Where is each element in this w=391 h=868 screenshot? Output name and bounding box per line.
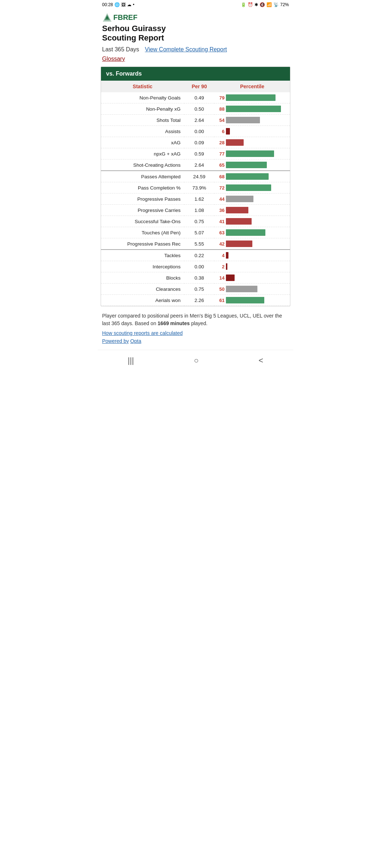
table-row: Interceptions0.002: [101, 261, 290, 272]
percentile-bar-outer: [226, 207, 289, 213]
percentile-bar-inner: [226, 173, 269, 180]
percentile-bar-outer: [226, 128, 289, 135]
percentile-number: 28: [216, 140, 224, 145]
footer-text: Player compared to positional peers in M…: [98, 308, 293, 329]
percentile-bar-inner: [226, 218, 252, 225]
forward-button[interactable]: <: [250, 354, 272, 367]
per90-cell: 0.50: [184, 103, 215, 115]
percentile-number: 42: [216, 241, 224, 247]
percentile-cell: 2: [214, 261, 290, 272]
percentile-bar-inner: [226, 229, 265, 236]
stat-name-cell: xAG: [101, 137, 184, 148]
per90-cell: 2.64: [184, 159, 215, 171]
stat-name-cell: npxG + xAG: [101, 148, 184, 159]
percentile-number: 68: [216, 174, 224, 179]
header-per90: Per 90: [184, 81, 215, 92]
stat-name-cell: Interceptions: [101, 261, 184, 272]
percentile-cell: 54: [214, 115, 290, 126]
cloud-icon: ☁: [127, 2, 131, 7]
percentile-bar-inner: [226, 297, 264, 303]
table-row: Non-Penalty Goals0.4979: [101, 92, 290, 103]
percentile-bar-outer: [226, 286, 289, 292]
percentile-bar-outer: [226, 173, 289, 180]
stat-name-cell: Assists: [101, 126, 184, 137]
table-row: Passes Attempted24.5968: [101, 171, 290, 182]
dot-icon: •: [133, 2, 134, 7]
percentile-bar-inner: [226, 162, 266, 168]
percentile-cell: 6: [214, 126, 290, 137]
percentile-cell: 44: [214, 193, 290, 205]
stats-table: Statistic Per 90 Percentile Non-Penalty …: [101, 81, 290, 306]
per90-cell: 0.59: [184, 148, 215, 159]
percentile-cell: 28: [214, 137, 290, 148]
percentile-number: 65: [216, 162, 224, 168]
wifi-icon: 📶: [266, 2, 272, 7]
table-row: Progressive Passes1.6244: [101, 193, 290, 205]
stat-name-cell: Passes Attempted: [101, 171, 184, 182]
table-row: Progressive Carries1.0836: [101, 205, 290, 216]
powered-by: Powered by Opta: [98, 337, 293, 347]
per90-cell: 2.64: [184, 115, 215, 126]
table-row: Successful Take-Ons0.7541: [101, 216, 290, 227]
report-subtitle: Scouting Report: [102, 33, 289, 43]
vs-header: vs. Forwards: [101, 67, 290, 81]
percentile-cell: 72: [214, 182, 290, 193]
table-row: Tackles0.224: [101, 250, 290, 261]
percentile-bar-outer: [226, 241, 289, 247]
glossary-link[interactable]: Glossary: [98, 55, 293, 65]
per90-cell: 0.75: [184, 284, 215, 295]
percentile-bar-inner: [226, 184, 271, 191]
table-row: npxG + xAG0.5977: [101, 148, 290, 159]
percentile-number: 54: [216, 118, 224, 123]
stat-name-cell: Pass Completion %: [101, 182, 184, 193]
stat-name-cell: Clearances: [101, 284, 184, 295]
back-button[interactable]: |||: [119, 354, 143, 367]
alarm-icon: ⏰: [248, 2, 253, 7]
bluetooth-icon: ✱: [255, 2, 258, 7]
view-complete-link[interactable]: View Complete Scouting Report: [145, 46, 227, 53]
per90-cell: 0.00: [184, 126, 215, 137]
percentile-cell: 65: [214, 159, 290, 171]
home-button[interactable]: ○: [185, 354, 207, 367]
percentile-number: 14: [216, 275, 224, 281]
fbref-logo: FBREF: [102, 12, 138, 22]
per90-cell: 0.75: [184, 216, 215, 227]
percentile-number: 4: [216, 253, 224, 258]
percentile-cell: 61: [214, 295, 290, 306]
powered-by-text: Powered by: [102, 338, 129, 344]
table-container: vs. Forwards Statistic Per 90 Percentile…: [101, 67, 290, 306]
percentile-cell: 50: [214, 284, 290, 295]
per90-cell: 0.09: [184, 137, 215, 148]
stat-name-cell: Shot-Creating Actions: [101, 159, 184, 171]
percentile-number: 44: [216, 196, 224, 202]
stat-name-cell: Successful Take-Ons: [101, 216, 184, 227]
percentile-number: 79: [216, 95, 224, 101]
table-row: Clearances0.7550: [101, 284, 290, 295]
stat-name-cell: Progressive Passes Rec: [101, 238, 184, 250]
percentile-cell: 42: [214, 238, 290, 250]
percentile-number: 50: [216, 286, 224, 292]
percentile-bar-inner: [226, 128, 230, 135]
percentile-bar-outer: [226, 229, 289, 236]
how-calculated-link[interactable]: How scouting reports are calculated: [98, 329, 293, 337]
percentile-bar-outer: [226, 106, 289, 112]
percentile-bar-inner: [226, 117, 260, 123]
percentile-bar-outer: [226, 162, 289, 168]
table-row: Progressive Passes Rec5.5542: [101, 238, 290, 250]
percentile-number: 2: [216, 264, 224, 269]
percentile-bar-inner: [226, 286, 257, 292]
percentile-bar-outer: [226, 196, 289, 202]
percentile-cell: 79: [214, 92, 290, 103]
percentile-cell: 14: [214, 272, 290, 284]
percentile-bar-outer: [226, 94, 289, 101]
percentile-cell: 41: [214, 216, 290, 227]
percentile-bar-inner: [226, 263, 227, 270]
opta-link[interactable]: Opta: [130, 338, 141, 344]
per90-cell: 0.49: [184, 92, 215, 103]
per90-cell: 24.59: [184, 171, 215, 182]
table-row: Aerials won2.2661: [101, 295, 290, 306]
percentile-cell: 36: [214, 205, 290, 216]
globe-icon: 🌐: [114, 2, 120, 7]
stat-name-cell: Progressive Carries: [101, 205, 184, 216]
table-row: Non-Penalty xG0.5088: [101, 103, 290, 115]
